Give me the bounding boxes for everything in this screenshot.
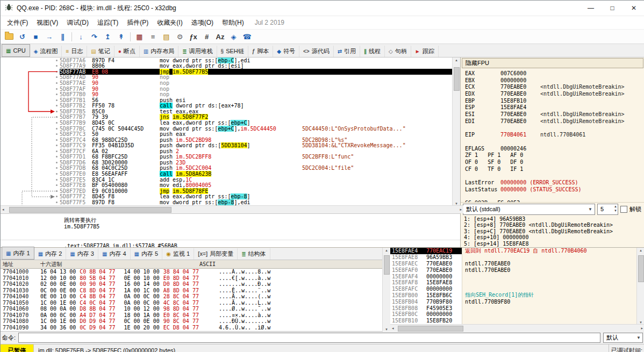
command-input[interactable] [18,333,600,343]
stack-row[interactable]: 15E8FB0015E8FB6C指向SEH_Record[1]的指针 [390,292,636,299]
change-case-button[interactable]: Az [214,31,226,42]
step-into-button[interactable]: ↓ [75,31,87,42]
dump-row[interactable]: 770410501C 00 1E 00C4 0C 04 770A 00 0C 0… [1,300,382,306]
scroll-thumb[interactable] [398,326,463,332]
register-row[interactable]: EFLAGS00000246 [465,146,644,153]
register-row[interactable]: LastStatus00000000 (STATUS_SUCCESS) [465,186,644,193]
scroll-up-arrow[interactable]: ▴ [385,248,388,253]
register-row[interactable]: EAX007C6000 [465,70,644,77]
scroll-down-arrow[interactable]: ▾ [385,327,388,332]
stack-row[interactable]: 15E8FAE896A59BB3 [390,254,636,261]
register-row[interactable]: CF 0 TF 0 IF 1 [465,166,644,173]
dump-row[interactable]: 7704100016 04 13 00C0 8B 04 7714 00 10 0… [1,269,382,275]
register-row[interactable]: OF 0 SF 0 DF 0 [465,159,644,166]
register-row[interactable]: ESI770EABE0<ntdll.DbgUiRemoteBreakin> [465,111,644,118]
disasm-row[interactable]: 5D8F77DB68 04C0C25Dpush im.5DC2C0045DC2C… [1,166,452,171]
register-row[interactable]: EBX00000000 [465,77,644,84]
stack-row[interactable]: 15E8FAF0770EABE0ntdll.770EABE0 [390,267,636,273]
run-button[interactable]: → [43,31,55,42]
disasm-row[interactable]: 5D8F77D168 F8BFC25Dpush im.5DC2BFF85DC2B… [1,154,452,160]
command-profile-select[interactable]: 默认 ▼ [603,333,643,343]
register-row[interactable]: EDI770EABE0<ntdll.DbgUiRemoteBreakin> [465,118,644,125]
tab-seh[interactable]: §SEH链 [217,46,248,57]
unlock-checkbox[interactable] [620,206,627,213]
pause-button[interactable]: ∥ [56,31,69,42]
hash-button[interactable]: # [201,31,213,42]
disasm-row[interactable]: 5D8F77E8BF 05400080mov edi,80004005 [1,182,452,188]
disasm-row[interactable]: 5D8F77B779 39jns im.5D8F77F2 [1,114,452,120]
register-row[interactable]: EBP15E8FB10 [465,98,644,105]
disasm-row[interactable]: 5D8F77B585C0test eax,eax [1,109,452,114]
register-row[interactable]: ECX770EABE0<ntdll.DbgUiRemoteBreakin> [465,84,644,91]
argument-row[interactable]: 2: [esp+8] 770EABE0 <ntdll.DbgUiRemoteBr… [464,222,644,228]
dump-row[interactable]: 770410700A 00 0C 00A4 D7 04 7718 00 1A 0… [1,312,382,319]
disasm-row[interactable]: 5D8F77BCC745 0C 5044C45Dmov dword ptr ss… [1,126,452,132]
stack-row[interactable]: 15E8FAE4770EAC19返回到 ntdll.770EAC19 自 ntd… [390,248,636,254]
notes-button[interactable]: ▤ [160,31,173,42]
tab-source[interactable]: <>源代码 [299,46,334,57]
dump-row[interactable]: 7704106008 00 0A 00D8 8B 04 7710 00 12 0… [1,306,382,312]
bottom-tab-locals[interactable]: [x=]局部变量 [194,248,238,260]
execute-till-return-button[interactable]: ↥ [102,31,114,42]
disasm-row[interactable]: 5D8F77C9FF35 04B1D35Dpush dword ptr ds:[… [1,142,452,148]
register-row[interactable]: LastError00000000 (ERROR_SUCCESS) [465,179,644,186]
disasm-row[interactable]: 5D8F77AD90nop [1,75,452,81]
attach-button[interactable]: ☎ [241,31,253,42]
disasm-row[interactable]: 5D8F77C468 988DC25Dpush im.5DC2BD985DC2B… [1,137,452,143]
disasm-row[interactable]: 5D8F77AE90nop [1,80,452,86]
bottom-tab-dump4[interactable]: ▦内存 4 [98,248,131,260]
disasm-row[interactable]: 5D8F77CF6A 02push 2 [1,148,452,154]
disasm-row[interactable]: 5D8F77A6897D F4mov dword ptr ss:[ebp-C],… [1,58,452,63]
menu-item-2[interactable]: 调试(D) [62,17,93,29]
tab-call-stack[interactable]: ≣调用堆栈 [178,46,217,57]
disasm-row[interactable]: 5D8F77D668 3D020000push 23D [1,160,452,166]
disasm-row[interactable]: 5D8F77EDE9 0C010000jmp im.5D8F78FE [1,188,452,194]
disasm-row[interactable]: 5D8F77F28D45 F8lea eax,dword ptr ss:[ebp… [1,194,452,200]
scroll-left-arrow[interactable]: ◂ [2,207,4,212]
scroll-left-arrow[interactable]: ◂ [392,326,394,331]
disasm-row[interactable]: 5D8F77F5897D F8mov dword ptr ss:[ebp-8],… [1,199,452,205]
dump-row[interactable]: 7704109034 00 36 000C D9 04 771E 00 20 0… [1,325,382,331]
calling-convention-select[interactable]: 默认 (stdcall) ▼ [463,204,595,215]
dump-row[interactable]: 770410300C 00 0E 00C8 8D 04 771A 00 1C 0… [1,288,382,294]
dump-row[interactable]: 7704101012 00 10 0080 5B 04 770E 00 10 0… [1,275,382,282]
dump-row[interactable]: 7704102002 00 0E 0000 90 04 7716 00 14 0… [1,281,382,288]
menu-item-3[interactable]: 追踪(T) [93,17,123,29]
stack-row[interactable]: 15E8FAF400000000 [390,273,636,279]
tab-symbols[interactable]: ◆符号 [273,46,299,57]
open-file-button[interactable] [3,31,15,42]
tab-cpu[interactable]: ▦CPU [2,44,30,57]
scroll-thumb[interactable] [9,207,171,213]
dump-row[interactable]: 770410400E 00 10 00C4 8B 04 770A 00 0C 0… [1,293,382,300]
scroll-up-arrow[interactable]: ▴ [640,248,642,253]
tab-log[interactable]: ≡日志 [62,46,87,57]
scroll-right-arrow[interactable]: ▸ [641,326,643,331]
tab-graph[interactable]: ◈流程图 [30,46,62,57]
menu-item-5[interactable]: 收藏夹(I) [153,17,187,29]
close-button[interactable]: ✕ [623,1,644,16]
tab-breakpoints[interactable]: ●断点 [115,46,140,57]
argument-count-stepper[interactable]: 5 ▲▼ [597,204,618,215]
menu-item-1[interactable]: 视图(V) [32,17,62,29]
argument-row[interactable]: 5: [esp+14] 15E8FAE8 [464,241,644,247]
stack-row[interactable]: 15E8FB1015E8FB20 [390,318,636,324]
breakpoints-button[interactable]: ▦ [133,31,146,42]
scroll-up-arrow[interactable]: ▴ [455,58,457,62]
stack-vscrollbar[interactable]: ▴ ▾ [636,248,644,325]
maximize-button[interactable]: □ [602,1,623,16]
step-over-button[interactable]: ↷ [88,31,101,42]
tab-threads[interactable]: ∥线程 [360,46,385,57]
menu-item-4[interactable]: 插件(P) [123,17,153,29]
menu-item-0[interactable]: 文件(F) [3,17,32,29]
disasm-row[interactable]: 5D8F77C350push eax [1,131,452,137]
argument-row[interactable]: 4: [esp+10] 00000000 [464,234,644,240]
scroll-thumb[interactable] [384,255,390,275]
argument-row[interactable]: 1: [esp+4] 96A59BB3 [464,216,644,222]
stack-row[interactable]: 15E8FB04770B9F80ntdll.770B9F80 [390,298,636,305]
bottom-tab-dump2[interactable]: ▦内存 2 [34,248,67,260]
register-row[interactable]: EIP770B4061ntdll.770B4061 [465,132,644,139]
bottom-tab-watch1[interactable]: ◉监视 1 [162,248,194,260]
menu-item-7[interactable]: 帮助(H) [218,17,248,29]
minimize-button[interactable]: — [580,1,602,16]
settings-button[interactable]: ⚙ [174,31,186,42]
